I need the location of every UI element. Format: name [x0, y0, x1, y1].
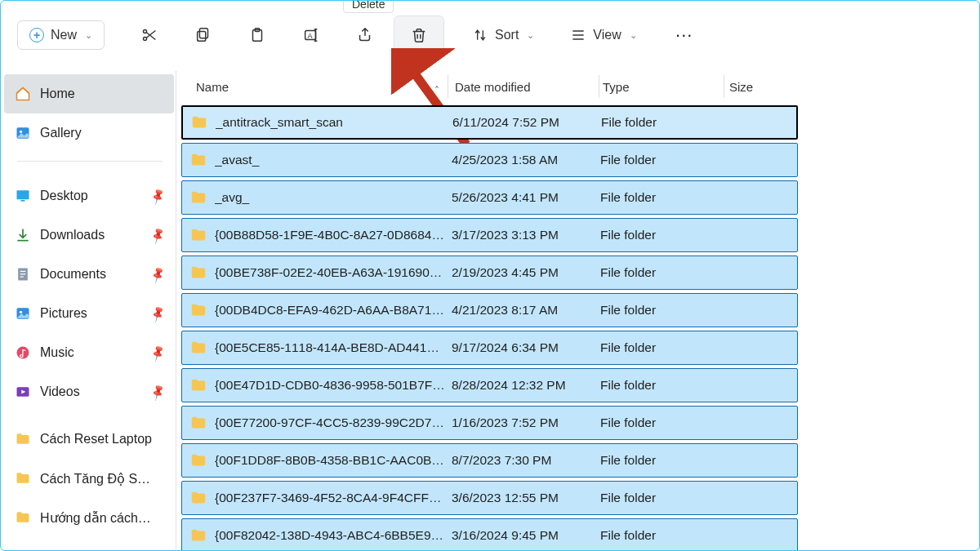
chevron-down-icon: ⌄	[85, 30, 92, 41]
paste-button[interactable]	[232, 16, 283, 55]
svg-rect-16	[20, 277, 24, 278]
nav-gallery-label: Gallery	[40, 126, 82, 140]
view-button[interactable]: View ⌄	[562, 20, 644, 50]
table-row[interactable]: {00DB4DC8-EFA9-462D-A6AA-B8A7114F...4/21…	[181, 293, 798, 327]
column-type[interactable]: Type	[599, 80, 724, 94]
nav-desktop-label: Desktop	[40, 189, 88, 203]
nav-pictures[interactable]: Pictures 📌	[4, 294, 174, 333]
nav-gallery[interactable]: Gallery	[4, 113, 174, 153]
nav-folder-1[interactable]: Cách Reset Laptop	[4, 420, 174, 459]
gallery-icon	[14, 125, 32, 141]
file-date: 3/17/2023 3:13 PM	[452, 228, 600, 242]
svg-point-18	[20, 311, 22, 313]
table-row[interactable]: _avast_4/25/2023 1:58 AMFile folder	[181, 143, 798, 177]
folder-icon	[182, 376, 215, 394]
file-type: File folder	[600, 265, 723, 280]
file-name: {00F237F7-3469-4F52-8CA4-9F4CFF0CB3...	[215, 491, 452, 505]
navigation-pane: Home Gallery Desktop 📌 Downloads 📌 Docum…	[4, 74, 174, 550]
desktop-icon	[14, 188, 32, 204]
view-label: View	[593, 28, 621, 42]
nav-documents-label: Documents	[40, 267, 106, 282]
sort-button[interactable]: Sort ⌄	[464, 20, 542, 50]
nav-downloads-label: Downloads	[40, 228, 105, 242]
table-row[interactable]: {00E5CE85-1118-414A-BE8D-AD441DBF...9/17…	[181, 331, 798, 365]
new-button[interactable]: + New ⌄	[17, 20, 105, 50]
file-name: {00E77200-97CF-4CC5-8239-99C2D7942...	[215, 415, 452, 430]
copy-button[interactable]	[178, 16, 229, 55]
nav-folder-3[interactable]: Hướng dẫn cách đổ	[4, 498, 174, 537]
sort-label: Sort	[495, 28, 519, 42]
file-name: _antitrack_smart_scan	[216, 115, 452, 130]
folder-icon	[183, 113, 216, 131]
file-date: 3/6/2023 12:55 PM	[452, 491, 600, 505]
file-date: 8/7/2023 7:30 PM	[452, 453, 600, 468]
file-name: {00E47D1D-CDB0-4836-9958-501B7FE43...	[215, 378, 452, 393]
svg-rect-12	[21, 200, 25, 202]
home-icon	[14, 86, 32, 102]
file-date: 4/25/2023 1:58 AM	[452, 153, 600, 167]
nav-folder-3-label: Hướng dẫn cách đổ	[40, 510, 154, 526]
table-row[interactable]: _avg_5/26/2023 4:41 PMFile folder	[181, 180, 798, 215]
share-icon	[356, 26, 374, 44]
svg-rect-11	[17, 190, 29, 199]
nav-desktop[interactable]: Desktop 📌	[4, 176, 174, 216]
column-date[interactable]: Date modified	[448, 80, 599, 94]
table-row[interactable]: {00F1DD8F-8B0B-4358-BB1C-AAC0B3BA...8/7/…	[181, 443, 798, 478]
table-row[interactable]: {00F82042-138D-4943-ABC4-6BB5E9B8F...3/1…	[181, 518, 798, 551]
nav-pictures-label: Pictures	[40, 306, 87, 321]
table-row[interactable]: {00E77200-97CF-4CC5-8239-99C2D7942...1/1…	[181, 406, 798, 440]
nav-downloads[interactable]: Downloads 📌	[4, 216, 174, 255]
folder-icon	[182, 264, 215, 282]
file-type: File folder	[600, 228, 723, 242]
folder-icon	[182, 189, 215, 207]
file-date: 8/28/2024 12:32 PM	[452, 378, 600, 393]
more-button[interactable]: ···	[665, 24, 704, 46]
file-type: File folder	[600, 453, 723, 468]
file-type: File folder	[600, 415, 723, 430]
file-date: 5/26/2023 4:41 PM	[452, 190, 600, 205]
svg-rect-3	[198, 31, 206, 41]
table-row[interactable]: _antitrack_smart_scan6/11/2024 7:52 PMFi…	[181, 105, 798, 140]
delete-button[interactable]	[394, 16, 444, 55]
toolbar: + New ⌄ A Sort ⌄	[1, 11, 979, 60]
table-row[interactable]: {00BE738F-02E2-40EB-A63A-191690E61...2/1…	[181, 256, 798, 290]
file-date: 3/16/2024 9:45 PM	[452, 528, 600, 543]
file-type: File folder	[600, 190, 723, 205]
nav-home[interactable]: Home	[4, 74, 174, 113]
file-date: 1/16/2023 7:52 PM	[452, 415, 600, 430]
nav-videos[interactable]: Videos 📌	[4, 372, 174, 411]
file-name: {00B88D58-1F9E-4B0C-8A27-0D86849F4...	[215, 228, 452, 242]
pin-icon: 📌	[148, 383, 167, 401]
file-type: File folder	[600, 303, 723, 318]
pin-icon: 📌	[148, 304, 167, 322]
folder-icon	[182, 451, 215, 469]
share-button[interactable]	[340, 16, 390, 55]
nav-documents[interactable]: Documents 📌	[4, 255, 174, 294]
file-rows: _antitrack_smart_scan6/11/2024 7:52 PMFi…	[176, 102, 979, 551]
nav-folder-2-label: Cách Tăng Độ Sáng	[40, 471, 154, 487]
pin-icon: 📌	[148, 187, 167, 205]
file-list-area: Name ˄ Date modified Type Size _antitrac…	[176, 71, 979, 550]
documents-icon	[14, 266, 32, 282]
nav-folder-2[interactable]: Cách Tăng Độ Sáng	[4, 459, 174, 498]
table-row[interactable]: {00F237F7-3469-4F52-8CA4-9F4CFF0CB3...3/…	[181, 481, 798, 515]
file-date: 9/17/2024 6:34 PM	[452, 340, 600, 355]
rename-button[interactable]: A	[286, 16, 336, 55]
nav-music[interactable]: Music 📌	[4, 333, 174, 372]
table-row[interactable]: {00E47D1D-CDB0-4836-9958-501B7FE43...8/2…	[181, 368, 798, 402]
file-name: {00F1DD8F-8B0B-4358-BB1C-AAC0B3BA...	[215, 453, 452, 468]
table-row[interactable]: {00B88D58-1F9E-4B0C-8A27-0D86849F4...3/1…	[181, 218, 798, 252]
file-name: _avg_	[215, 190, 452, 205]
cut-button[interactable]	[124, 16, 175, 55]
chevron-down-icon: ⌄	[527, 30, 534, 41]
folder-icon	[182, 226, 215, 244]
view-icon	[570, 27, 586, 43]
nav-folder-1-label: Cách Reset Laptop	[40, 432, 152, 447]
svg-point-1	[143, 38, 146, 41]
nav-home-label: Home	[40, 87, 75, 101]
scissors-icon	[140, 26, 158, 44]
copy-icon	[194, 26, 212, 44]
column-name[interactable]: Name ˄	[176, 80, 448, 94]
svg-rect-15	[20, 273, 26, 274]
column-size[interactable]: Size	[724, 80, 753, 94]
